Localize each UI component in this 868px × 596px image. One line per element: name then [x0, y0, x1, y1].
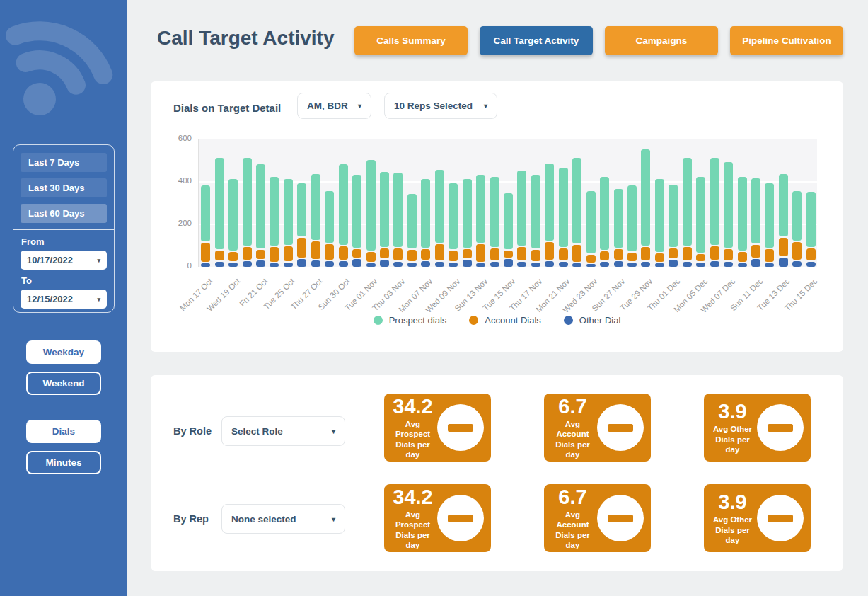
bar-segment-prospect[interactable] — [669, 185, 678, 247]
bar-segment-other[interactable] — [559, 262, 568, 267]
bar-segment-account[interactable] — [669, 248, 678, 259]
bar-group[interactable] — [284, 179, 293, 267]
bar-segment-prospect[interactable] — [215, 158, 224, 249]
bar-segment-account[interactable] — [463, 249, 472, 258]
bar-segment-account[interactable] — [586, 255, 596, 263]
bar-segment-account[interactable] — [738, 252, 747, 263]
bar-segment-account[interactable] — [792, 242, 802, 260]
bar-segment-account[interactable] — [366, 252, 376, 263]
bar-segment-prospect[interactable] — [627, 185, 637, 251]
bar-segment-prospect[interactable] — [600, 177, 609, 250]
bar-segment-account[interactable] — [407, 250, 417, 261]
bar-segment-other[interactable] — [215, 262, 224, 267]
bar-segment-prospect[interactable] — [641, 149, 650, 246]
bar-group[interactable] — [641, 149, 650, 267]
bar-group[interactable] — [531, 175, 540, 267]
bar-segment-other[interactable] — [449, 263, 458, 267]
bar-segment-prospect[interactable] — [792, 191, 802, 241]
bar-segment-prospect[interactable] — [765, 183, 774, 248]
bar-segment-account[interactable] — [352, 249, 361, 258]
bar-group[interactable] — [435, 170, 444, 268]
bar-segment-account[interactable] — [476, 244, 485, 262]
from-date-input[interactable]: 10/17/2022 ▾ — [21, 251, 107, 270]
bar-segment-account[interactable] — [449, 251, 458, 261]
bar-segment-prospect[interactable] — [380, 172, 389, 247]
bar-segment-other[interactable] — [380, 260, 389, 267]
bar-segment-other[interactable] — [311, 260, 320, 267]
bar-group[interactable] — [517, 171, 526, 267]
bar-group[interactable] — [449, 183, 458, 267]
bar-segment-other[interactable] — [366, 263, 376, 267]
bar-segment-prospect[interactable] — [614, 189, 623, 248]
bar-group[interactable] — [243, 158, 252, 267]
bar-segment-other[interactable] — [600, 262, 609, 267]
bar-segment-account[interactable] — [655, 253, 664, 262]
tab-calls-summary[interactable]: Calls Summary — [354, 26, 468, 55]
bar-segment-other[interactable] — [683, 262, 692, 267]
bar-segment-account[interactable] — [614, 249, 623, 260]
bar-group[interactable] — [504, 193, 513, 268]
bar-segment-prospect[interactable] — [655, 179, 664, 252]
bar-segment-prospect[interactable] — [724, 162, 733, 248]
bar-segment-account[interactable] — [710, 246, 719, 260]
bar-segment-prospect[interactable] — [806, 192, 816, 247]
bar-segment-other[interactable] — [352, 259, 361, 268]
bar-group[interactable] — [352, 175, 361, 267]
bar-group[interactable] — [228, 179, 238, 267]
bar-segment-prospect[interactable] — [407, 194, 417, 248]
bar-segment-prospect[interactable] — [284, 179, 293, 245]
bar-segment-prospect[interactable] — [490, 177, 499, 247]
minutes-button[interactable]: Minutes — [26, 451, 101, 474]
bar-segment-other[interactable] — [765, 263, 774, 268]
bar-segment-prospect[interactable] — [504, 193, 513, 249]
bar-group[interactable] — [751, 178, 760, 268]
bar-group[interactable] — [463, 179, 472, 267]
bar-segment-account[interactable] — [751, 245, 760, 258]
bar-segment-other[interactable] — [325, 261, 334, 267]
bar-segment-prospect[interactable] — [325, 191, 334, 243]
bar-segment-other[interactable] — [284, 263, 293, 267]
bar-group[interactable] — [627, 185, 637, 267]
bar-segment-other[interactable] — [339, 261, 348, 268]
bar-segment-other[interactable] — [228, 263, 238, 267]
bar-segment-prospect[interactable] — [352, 175, 361, 248]
bar-segment-account[interactable] — [421, 249, 430, 260]
bar-group[interactable] — [710, 158, 719, 267]
bar-segment-account[interactable] — [339, 246, 348, 260]
bar-segment-other[interactable] — [393, 262, 403, 267]
bar-segment-other[interactable] — [738, 263, 747, 267]
to-date-input[interactable]: 12/15/2022 ▾ — [21, 290, 107, 309]
bar-segment-account[interactable] — [545, 242, 554, 260]
bar-segment-prospect[interactable] — [779, 174, 788, 236]
bar-segment-prospect[interactable] — [256, 164, 265, 248]
dials-button[interactable]: Dials — [26, 420, 101, 443]
bar-segment-account[interactable] — [490, 248, 499, 261]
bar-group[interactable] — [393, 173, 403, 267]
bar-group[interactable] — [696, 177, 705, 267]
tab-campaigns[interactable]: Campaigns — [605, 26, 718, 55]
bar-segment-other[interactable] — [256, 260, 265, 267]
bar-segment-prospect[interactable] — [463, 179, 472, 248]
bar-group[interactable] — [421, 179, 430, 267]
bar-segment-account[interactable] — [284, 246, 293, 261]
bar-segment-account[interactable] — [311, 241, 320, 259]
legend-item-account-dials[interactable]: Account Dials — [469, 315, 540, 326]
bar-group[interactable] — [614, 189, 623, 268]
bar-segment-prospect[interactable] — [228, 179, 238, 251]
bar-segment-prospect[interactable] — [435, 170, 444, 243]
bar-segment-account[interactable] — [765, 249, 774, 262]
bar-group[interactable] — [724, 162, 733, 267]
reps-filter-dropdown[interactable]: 10 Reps Selected ▾ — [384, 93, 497, 119]
bar-segment-other[interactable] — [655, 263, 664, 268]
bar-segment-other[interactable] — [517, 262, 526, 267]
bar-segment-prospect[interactable] — [243, 158, 252, 246]
bar-segment-other[interactable] — [297, 259, 306, 268]
bar-group[interactable] — [325, 191, 334, 267]
bar-segment-other[interactable] — [476, 263, 485, 268]
bar-segment-account[interactable] — [559, 248, 568, 261]
bar-segment-prospect[interactable] — [311, 174, 320, 240]
bar-segment-prospect[interactable] — [366, 160, 376, 251]
bar-segment-prospect[interactable] — [393, 173, 403, 247]
bar-segment-other[interactable] — [243, 261, 252, 268]
bar-segment-other[interactable] — [270, 263, 279, 268]
